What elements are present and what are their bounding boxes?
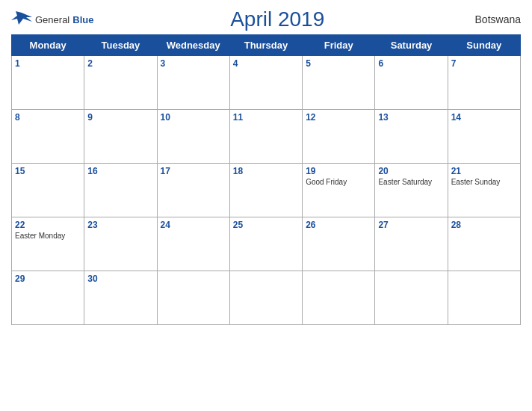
calendar-header: General Blue April 2019 Botswana xyxy=(11,7,521,31)
weekday-header-thursday: Thursday xyxy=(229,35,302,56)
calendar-cell: 6 xyxy=(375,56,448,110)
calendar-cell: 19Good Friday xyxy=(303,164,375,217)
day-event: Easter Monday xyxy=(15,232,81,240)
calendar-cell: 30 xyxy=(84,271,157,325)
calendar-cell: 7 xyxy=(448,56,520,110)
day-number: 26 xyxy=(306,220,371,230)
calendar-cell: 1 xyxy=(12,56,84,110)
day-number: 6 xyxy=(378,58,444,69)
logo-blue: Blue xyxy=(72,14,93,25)
logo: General Blue xyxy=(11,11,93,28)
calendar-cell xyxy=(375,271,448,325)
day-number: 14 xyxy=(451,112,517,123)
calendar-cell: 3 xyxy=(157,56,229,110)
day-number: 17 xyxy=(161,166,226,176)
svg-marker-0 xyxy=(11,11,32,25)
calendar-cell: 24 xyxy=(157,217,229,271)
calendar-title: April 2019 xyxy=(93,7,461,31)
day-number: 4 xyxy=(233,58,299,69)
calendar-cell xyxy=(303,271,375,325)
weekday-header-saturday: Saturday xyxy=(375,35,448,56)
calendar-cell: 29 xyxy=(12,271,84,325)
calendar-cell: 17 xyxy=(157,164,229,217)
weekday-header-monday: Monday xyxy=(12,35,84,56)
day-number: 1 xyxy=(15,58,81,69)
week-row-2: 891011121314 xyxy=(12,110,521,164)
day-number: 20 xyxy=(378,166,444,176)
day-number: 25 xyxy=(233,220,299,230)
day-number: 9 xyxy=(87,112,153,123)
week-row-5: 2930 xyxy=(12,271,521,325)
day-number: 7 xyxy=(451,58,517,69)
day-number: 2 xyxy=(87,58,153,69)
day-number: 5 xyxy=(306,58,371,69)
calendar-cell xyxy=(157,271,229,325)
day-number: 18 xyxy=(233,166,299,176)
logo-bird-icon xyxy=(11,11,32,28)
calendar-cell: 21Easter Sunday xyxy=(448,164,520,217)
calendar-cell: 2 xyxy=(84,56,157,110)
day-event: Good Friday xyxy=(306,178,371,186)
weekday-header-tuesday: Tuesday xyxy=(84,35,157,56)
calendar-cell: 22Easter Monday xyxy=(12,217,84,271)
calendar-cell: 5 xyxy=(303,56,375,110)
calendar-cell: 20Easter Saturday xyxy=(375,164,448,217)
calendar-cell: 12 xyxy=(303,110,375,164)
weekday-header-friday: Friday xyxy=(303,35,375,56)
calendar-cell: 16 xyxy=(84,164,157,217)
day-event: Easter Saturday xyxy=(378,178,444,186)
calendar-cell: 13 xyxy=(375,110,448,164)
week-row-4: 22Easter Monday232425262728 xyxy=(12,217,521,271)
calendar-cell: 15 xyxy=(12,164,84,217)
day-number: 21 xyxy=(451,166,517,176)
calendar-cell: 11 xyxy=(229,110,302,164)
calendar-cell: 4 xyxy=(229,56,302,110)
day-number: 13 xyxy=(378,112,444,123)
calendar-cell: 23 xyxy=(84,217,157,271)
logo-general: General xyxy=(35,14,69,25)
day-number: 27 xyxy=(378,220,444,230)
week-row-3: 1516171819Good Friday20Easter Saturday21… xyxy=(12,164,521,217)
calendar-cell xyxy=(229,271,302,325)
calendar-cell: 25 xyxy=(229,217,302,271)
day-number: 24 xyxy=(161,220,226,230)
weekday-header-row: MondayTuesdayWednesdayThursdayFridaySatu… xyxy=(12,35,521,56)
calendar-cell: 8 xyxy=(12,110,84,164)
day-number: 12 xyxy=(306,112,371,123)
calendar-table: MondayTuesdayWednesdayThursdayFridaySatu… xyxy=(11,34,521,325)
calendar-cell: 28 xyxy=(448,217,520,271)
week-row-1: 1234567 xyxy=(12,56,521,110)
day-number: 16 xyxy=(87,166,153,176)
day-number: 10 xyxy=(161,112,226,123)
calendar-cell: 9 xyxy=(84,110,157,164)
day-number: 11 xyxy=(233,112,299,123)
calendar-cell xyxy=(448,271,520,325)
calendar-cell: 27 xyxy=(375,217,448,271)
day-number: 3 xyxy=(161,58,226,69)
weekday-header-wednesday: Wednesday xyxy=(157,35,229,56)
day-number: 29 xyxy=(15,274,81,284)
day-number: 30 xyxy=(87,274,153,284)
day-event: Easter Sunday xyxy=(451,178,517,186)
day-number: 15 xyxy=(15,166,81,176)
calendar-cell: 14 xyxy=(448,110,520,164)
day-number: 8 xyxy=(15,112,81,123)
calendar-cell: 10 xyxy=(157,110,229,164)
day-number: 28 xyxy=(451,220,517,230)
weekday-header-sunday: Sunday xyxy=(448,35,520,56)
day-number: 19 xyxy=(306,166,371,176)
day-number: 23 xyxy=(87,220,153,230)
calendar-cell: 26 xyxy=(303,217,375,271)
calendar-cell: 18 xyxy=(229,164,302,217)
country-label: Botswana xyxy=(461,13,521,25)
day-number: 22 xyxy=(15,220,81,230)
